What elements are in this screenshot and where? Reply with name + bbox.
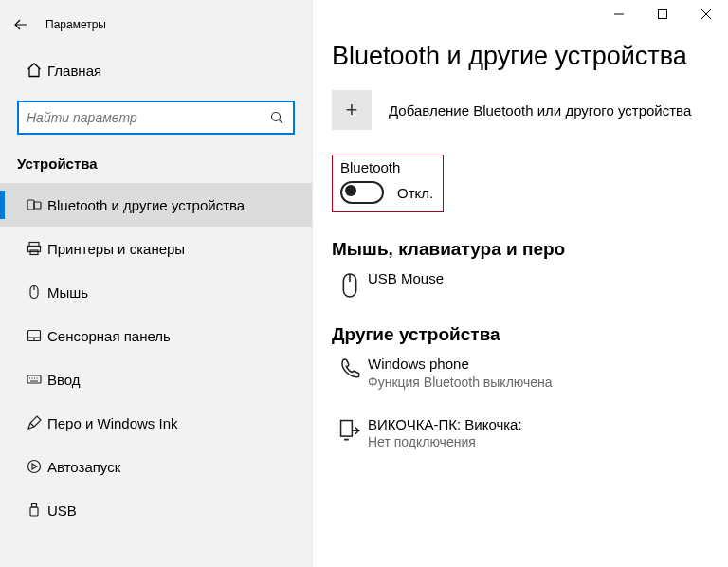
device-name: USB Mouse bbox=[368, 269, 444, 288]
search-icon bbox=[269, 110, 284, 125]
mouse-icon bbox=[338, 271, 361, 300]
back-button[interactable] bbox=[0, 8, 42, 42]
category-title: Устройства bbox=[0, 135, 312, 177]
device-vikochka-pc[interactable]: ВИКОЧКА-ПК: Викочка: Нет подключения bbox=[332, 415, 709, 451]
nav-label: USB bbox=[47, 503, 77, 519]
nav-item-usb[interactable]: USB bbox=[0, 488, 312, 532]
mouse-icon bbox=[26, 284, 43, 301]
search-box[interactable] bbox=[17, 101, 295, 135]
section-other-devices: Другие устройства bbox=[332, 324, 709, 345]
section-mouse-keyboard-pen: Мышь, клавиатура и перо bbox=[332, 239, 709, 260]
window-title: Параметры bbox=[42, 18, 106, 31]
device-name: Windows phone bbox=[368, 355, 553, 374]
svg-rect-14 bbox=[341, 420, 353, 436]
maximize-button[interactable] bbox=[641, 0, 684, 28]
svg-rect-4 bbox=[29, 243, 39, 247]
nav-label: Мышь bbox=[47, 284, 88, 301]
nav-label: Ввод bbox=[47, 372, 81, 388]
minimize-icon bbox=[613, 9, 625, 20]
nav-label: Bluetooth и другие устройства bbox=[47, 197, 245, 213]
home-label: Главная bbox=[47, 63, 101, 79]
device-usb-mouse[interactable]: USB Mouse bbox=[332, 269, 709, 300]
usb-icon bbox=[26, 502, 43, 519]
svg-rect-9 bbox=[27, 375, 41, 383]
svg-point-1 bbox=[272, 113, 281, 121]
device-windows-phone[interactable]: Windows phone Функция Bluetooth выключен… bbox=[332, 355, 709, 391]
add-device-label: Добавление Bluetooth или другого устройс… bbox=[389, 102, 691, 119]
svg-rect-3 bbox=[34, 202, 41, 209]
pen-icon bbox=[26, 414, 43, 431]
printer-icon bbox=[26, 240, 43, 257]
nav-item-typing[interactable]: Ввод bbox=[0, 357, 312, 401]
nav-label: Перо и Windows Ink bbox=[47, 415, 178, 431]
touchpad-icon bbox=[26, 327, 43, 344]
svg-rect-0 bbox=[659, 10, 667, 19]
nav-label: Принтеры и сканеры bbox=[47, 241, 185, 257]
svg-rect-12 bbox=[32, 504, 37, 508]
search-input[interactable] bbox=[19, 110, 261, 125]
close-button[interactable] bbox=[684, 0, 728, 28]
add-device-button[interactable]: + Добавление Bluetooth или другого устро… bbox=[332, 90, 709, 130]
nav-item-bluetooth[interactable]: Bluetooth и другие устройства bbox=[0, 183, 312, 227]
nav-item-touchpad[interactable]: Сенсорная панель bbox=[0, 314, 312, 357]
nav-item-mouse[interactable]: Мышь bbox=[0, 270, 312, 314]
bluetooth-devices-icon bbox=[26, 196, 43, 213]
device-name: ВИКОЧКА-ПК: Викочка: bbox=[368, 415, 522, 434]
nav-item-autoplay[interactable]: Автозапуск bbox=[0, 445, 312, 488]
close-icon bbox=[701, 9, 712, 20]
nav-item-pen[interactable]: Перо и Windows Ink bbox=[0, 401, 312, 445]
bluetooth-toggle[interactable] bbox=[340, 181, 384, 204]
nav-label: Автозапуск bbox=[47, 459, 120, 475]
content-pane: Bluetooth и другие устройства + Добавлен… bbox=[313, 0, 728, 567]
phone-icon bbox=[337, 357, 362, 381]
device-status: Функция Bluetooth выключена bbox=[368, 374, 553, 391]
nav-label: Сенсорная панель bbox=[47, 328, 171, 344]
bluetooth-toggle-group: Bluetooth Откл. bbox=[332, 155, 444, 212]
home-link[interactable]: Главная bbox=[0, 51, 312, 89]
svg-rect-11 bbox=[30, 507, 38, 516]
home-icon bbox=[26, 62, 43, 79]
toggle-knob bbox=[345, 185, 356, 196]
sidebar: Главная Устройства Bluetooth и другие ус… bbox=[0, 0, 313, 567]
svg-rect-6 bbox=[30, 250, 38, 255]
svg-rect-2 bbox=[27, 200, 34, 210]
keyboard-icon bbox=[26, 371, 43, 388]
nav-item-printers[interactable]: Принтеры и сканеры bbox=[0, 227, 312, 270]
cast-device-icon bbox=[337, 417, 362, 442]
plus-icon: + bbox=[332, 90, 372, 130]
arrow-left-icon bbox=[13, 17, 28, 32]
maximize-icon bbox=[657, 9, 668, 20]
svg-point-10 bbox=[28, 461, 41, 473]
minimize-button[interactable] bbox=[597, 0, 641, 28]
bluetooth-state-label: Откл. bbox=[397, 185, 433, 201]
autoplay-icon bbox=[26, 458, 43, 475]
device-status: Нет подключения bbox=[368, 433, 522, 450]
bluetooth-heading: Bluetooth bbox=[340, 159, 433, 175]
page-title: Bluetooth и другие устройства bbox=[332, 42, 709, 71]
